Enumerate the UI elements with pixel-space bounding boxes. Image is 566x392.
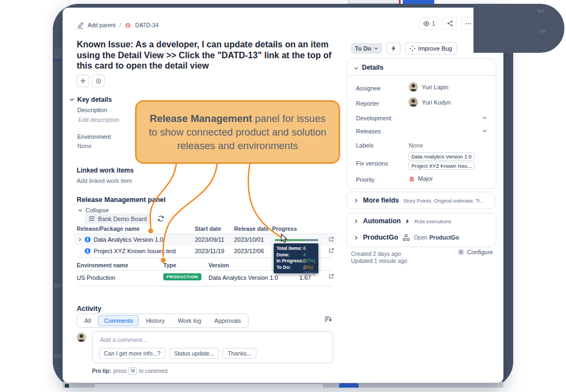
release-date: 2023/10/01 (234, 236, 264, 243)
open-prefix: Open (414, 235, 427, 241)
col-header: Environment name (77, 262, 128, 268)
background-accent-fragment (399, 0, 401, 4)
col-header: Type (163, 262, 176, 268)
annotation-text: Release Management panel for issues to s… (137, 112, 339, 152)
tab-history[interactable]: History (140, 315, 170, 326)
chevron-down-icon[interactable] (354, 66, 359, 71)
reporter-label: Reporter (356, 100, 379, 107)
dimmed-app-window: 324 324 Add parent / DATD-34 (53, 4, 513, 388)
quick-replies: Can I get more info...? Status update...… (99, 348, 256, 359)
key-details-toggle[interactable]: Key details (69, 96, 112, 103)
sort-icon[interactable] (324, 315, 332, 323)
linked-work-items-heading: Linked work items (77, 167, 134, 174)
release-name[interactable]: Data Analytics Version 1.0 (94, 236, 163, 243)
apps-button[interactable] (92, 75, 104, 87)
key-details-heading: Key details (77, 96, 112, 103)
issue-title[interactable]: Known Issue: As a developer, I can updat… (77, 39, 337, 71)
tooltip-label: Done: (276, 252, 290, 259)
pro-tip: Pro tip: press M to comment (92, 367, 168, 375)
refresh-icon[interactable] (157, 215, 164, 222)
pro-tip-pre: press (113, 368, 126, 374)
chevron-down-icon[interactable] (482, 128, 487, 133)
activity-tabs: All Comments History Work log Approvals (77, 314, 249, 328)
share-icon (447, 20, 453, 27)
rule-executions-link[interactable]: Rule executions (414, 218, 451, 224)
created-timestamp: Created 2 days ago (351, 250, 401, 257)
edit-description-link[interactable]: Edit description (78, 117, 119, 123)
chevron-down-icon (78, 208, 83, 213)
improve-bug-button[interactable]: Improve Bug (405, 42, 457, 54)
configure-button[interactable]: Configure (458, 249, 493, 255)
configure-label: Configure (467, 249, 493, 255)
tab-comments[interactable]: Comments (98, 315, 139, 326)
status-dropdown[interactable]: To Do (351, 43, 382, 54)
automation-row[interactable]: Automation Rule executions (354, 217, 451, 225)
col-header: Start date (195, 225, 221, 232)
background-text-fragment: Sv (540, 28, 546, 34)
avatar (409, 97, 418, 107)
add-parent-link[interactable]: Add parent (88, 22, 115, 28)
reporter-value[interactable]: Yuri Kudyn (409, 97, 451, 107)
tab-worklog[interactable]: Work log (172, 315, 207, 326)
comment-placeholder: Add a comment... (100, 336, 147, 343)
issue-detail-modal: Add parent / DATD-34 1 (63, 8, 503, 383)
background-text-fragment: 324 (54, 283, 62, 288)
share-button[interactable] (442, 17, 457, 30)
quick-reply-button[interactable]: Status update... (169, 348, 219, 359)
board-button[interactable]: Bank Demo Board (84, 213, 151, 224)
watch-button[interactable]: 1 (419, 17, 439, 30)
labels-value[interactable]: None (409, 142, 423, 149)
quick-reply-button[interactable]: Thanks... (223, 348, 256, 359)
external-link-icon[interactable] (328, 248, 334, 254)
assignee-name: Yuri Lapin (422, 84, 448, 90)
open-productgo-link[interactable]: ProductGo (429, 234, 459, 241)
issue-key-link[interactable]: DATD-34 (135, 22, 158, 28)
fix-version-tag[interactable]: Project XYZ Known Issu... (408, 162, 475, 170)
add-button[interactable] (77, 75, 89, 87)
release-name[interactable]: Project XYZ Known Issues test (94, 248, 176, 254)
annotation-text-bold: Release Management (150, 113, 252, 124)
chevron-right-icon[interactable] (78, 237, 82, 242)
col-header: Version (208, 262, 229, 268)
background-button-fragment (339, 383, 359, 388)
tab-all[interactable]: All (78, 315, 97, 326)
tooltip-label: In Progress: (276, 258, 304, 265)
chevron-right-icon (354, 235, 359, 240)
quick-reply-button[interactable]: Can I get more info...? (99, 348, 165, 359)
progress-bar[interactable] (275, 239, 318, 241)
tooltip-label: Total items: (276, 246, 302, 252)
release-icon (84, 248, 91, 254)
release-date: 2023/12/06 (234, 248, 264, 254)
lightning-icon (405, 218, 410, 224)
productgo-row[interactable]: ProductGo Open ProductGo (354, 234, 459, 241)
automation-bolt-button[interactable] (386, 42, 401, 54)
labels-label: Labels (356, 142, 373, 149)
background-input-fragment (94, 383, 324, 388)
col-header: Progress (272, 225, 297, 232)
more-fields-panel[interactable]: More fields Story Points, Original estim… (347, 192, 495, 209)
external-link-icon[interactable] (328, 273, 334, 279)
assignee-value[interactable]: Yuri Lapin (409, 82, 448, 91)
priority-value[interactable]: Major (409, 175, 433, 182)
fix-versions-label: Fix versions (356, 160, 388, 167)
board-button-label: Bank Demo Board (98, 216, 147, 222)
external-link-icon[interactable] (328, 236, 334, 242)
chevron-down-icon[interactable] (482, 115, 487, 120)
fix-version-tag[interactable]: Data Analytics Version 1.0 (408, 152, 475, 161)
reporter-name: Yuri Kudyn (422, 99, 451, 106)
comment-box[interactable]: Add a comment... Can I get more info...?… (92, 331, 333, 363)
breadcrumb-separator: / (119, 22, 121, 28)
add-linked-work-item-link[interactable]: Add linked work item (77, 177, 132, 184)
tab-approvals[interactable]: Approvals (208, 315, 247, 326)
chevron-right-icon (354, 219, 359, 224)
description-label: Description (77, 107, 107, 113)
priority-label: Priority (356, 176, 374, 183)
collapse-toggle[interactable]: Collapse (78, 207, 109, 213)
environment-label: Environment (77, 133, 111, 140)
tooltip-value: 2 (33%) (303, 265, 316, 277)
dial-icon (95, 78, 102, 84)
board-row: Bank Demo Board (84, 213, 164, 224)
dimmed-app-window-corner: tes Sv (473, 4, 564, 53)
status-row: To Do Improve Bug (351, 42, 457, 54)
pencil-icon[interactable] (77, 22, 84, 29)
